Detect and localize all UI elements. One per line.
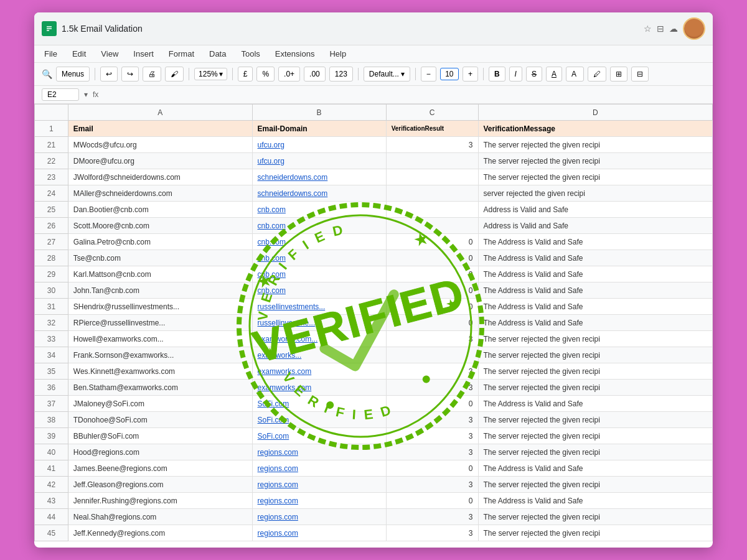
email-cell[interactable]: Scott.Moore@cnb.com xyxy=(68,218,252,234)
email-cell[interactable]: SHendrix@russellinvestments... xyxy=(68,299,252,315)
col-header-b[interactable]: B xyxy=(252,105,386,121)
redo-button[interactable]: ↪ xyxy=(121,67,139,82)
paint-format-button[interactable]: 🖌 xyxy=(165,67,184,82)
domain-cell[interactable]: ufcu.org xyxy=(252,153,386,169)
print-button[interactable]: 🖨 xyxy=(143,67,161,82)
domain-cell[interactable]: regions.com xyxy=(252,525,386,541)
folder-icon[interactable]: ⊟ xyxy=(657,24,664,34)
email-cell[interactable]: Hood@regions.com xyxy=(68,444,252,460)
col-header-a[interactable]: A xyxy=(68,105,252,121)
font-size-box[interactable]: 10 xyxy=(440,68,459,80)
menu-tools[interactable]: Tools xyxy=(238,48,262,60)
domain-cell[interactable]: examworks.com... xyxy=(252,331,386,347)
email-cell[interactable]: John.Tan@cnb.com xyxy=(68,282,252,299)
star-icon[interactable]: ☆ xyxy=(644,24,652,34)
menu-edit[interactable]: Edit xyxy=(70,48,88,60)
cell-reference[interactable]: E2 xyxy=(42,88,79,101)
format123-button[interactable]: 123 xyxy=(329,67,353,82)
underline-button[interactable]: A xyxy=(546,67,562,82)
domain-cell[interactable]: schneiderdowns.com xyxy=(252,185,386,202)
menu-extensions[interactable]: Extensions xyxy=(273,48,317,60)
domain-cell[interactable]: regions.com xyxy=(252,509,386,525)
domain-cell[interactable]: cnb.com xyxy=(252,218,386,234)
email-cell[interactable]: RPierce@russellinvestme... xyxy=(68,315,252,331)
text-color-button[interactable]: A xyxy=(566,67,584,82)
message-cell: server rejected the given recipi xyxy=(478,185,712,202)
email-cell[interactable]: Galina.Petro@cnb.com xyxy=(68,234,252,250)
menu-view[interactable]: View xyxy=(98,48,121,60)
domain-cell[interactable]: examworks.com xyxy=(252,363,386,380)
menu-file[interactable]: File xyxy=(42,48,60,60)
menus-button[interactable]: Menus xyxy=(56,67,90,82)
email-cell[interactable]: JMaloney@SoFi.com xyxy=(68,396,252,412)
result-cell xyxy=(386,169,478,185)
email-cell[interactable]: Jeff.Gleason@regions.com xyxy=(68,477,252,493)
col-header-c[interactable]: C xyxy=(386,105,478,121)
domain-cell[interactable]: schneiderdowns.com xyxy=(252,169,386,185)
domain-cell[interactable]: cnb.com xyxy=(252,266,386,282)
email-cell[interactable]: Dan.Bootier@cnb.com xyxy=(68,202,252,218)
email-cell[interactable]: Frank.Sornson@examworks... xyxy=(68,347,252,363)
dec-decrease-button[interactable]: .00 xyxy=(304,67,326,82)
menu-help[interactable]: Help xyxy=(327,48,349,60)
email-cell[interactable]: TDonohoe@SoFi.com xyxy=(68,412,252,428)
domain-cell[interactable]: russellinvestments... xyxy=(252,299,386,315)
row-num: 27 xyxy=(35,234,68,250)
font-family-select[interactable]: Default... ▾ xyxy=(364,67,410,82)
domain-cell[interactable]: cnb.com xyxy=(252,202,386,218)
merge-button[interactable]: ⊟ xyxy=(631,67,649,82)
domain-cell[interactable]: russellinvestme... xyxy=(252,315,386,331)
undo-button[interactable]: ↩ xyxy=(100,67,118,82)
currency-button[interactable]: £ xyxy=(238,67,253,82)
email-cell[interactable]: MWocds@ufcu.org xyxy=(68,137,252,153)
avatar[interactable] xyxy=(683,17,705,40)
row-num: 22 xyxy=(35,153,68,169)
table-body: 21 MWocds@ufcu.org ufcu.org 3 The server… xyxy=(35,137,713,541)
domain-cell[interactable]: ufcu.org xyxy=(252,137,386,153)
domain-cell[interactable]: cnb.com xyxy=(252,250,386,266)
email-cell[interactable]: MAller@schneiderdowns.com xyxy=(68,185,252,202)
menu-format[interactable]: Format xyxy=(166,48,197,60)
email-cell[interactable]: Jeff.Kennedy@regions.com xyxy=(68,525,252,541)
domain-cell[interactable]: SoFi.com xyxy=(252,396,386,412)
message-cell: The Address is Valid and Safe xyxy=(478,315,712,331)
email-cell[interactable]: Karl.Mattson@cnb.com xyxy=(68,266,252,282)
domain-cell[interactable]: cnb.com xyxy=(252,282,386,299)
domain-cell[interactable]: SoFi.com xyxy=(252,428,386,444)
col-header-d[interactable]: D xyxy=(478,105,712,121)
email-cell[interactable]: Howell@examworks.com... xyxy=(68,331,252,347)
percent-button[interactable]: % xyxy=(256,67,275,82)
email-cell[interactable]: JWolford@schneiderdowns.com xyxy=(68,169,252,185)
domain-cell[interactable]: regions.com xyxy=(252,460,386,477)
row-num: 33 xyxy=(35,331,68,347)
domain-cell[interactable]: examworks.com xyxy=(252,380,386,396)
zoom-control[interactable]: 125% ▾ xyxy=(194,68,227,80)
highlight-button[interactable]: 🖊 xyxy=(588,67,606,82)
dec-increase-button[interactable]: .0+ xyxy=(278,67,300,82)
domain-cell[interactable]: cnb.com xyxy=(252,234,386,250)
menu-data[interactable]: Data xyxy=(207,48,228,60)
email-cell[interactable]: Ben.Statham@examworks.com xyxy=(68,380,252,396)
font-size-plus[interactable]: + xyxy=(463,67,478,82)
italic-button[interactable]: I xyxy=(509,67,522,82)
cloud-icon[interactable]: ☁ xyxy=(669,24,678,34)
email-cell[interactable]: BBuhler@SoFi.com xyxy=(68,428,252,444)
domain-cell[interactable]: SoFi.com xyxy=(252,412,386,428)
font-size-minus[interactable]: − xyxy=(421,67,436,82)
bold-button[interactable]: B xyxy=(489,67,505,82)
email-cell[interactable]: James.Beene@regions.com xyxy=(68,460,252,477)
header-result: VerificationResult xyxy=(386,121,478,137)
menu-insert[interactable]: Insert xyxy=(131,48,156,60)
domain-cell[interactable]: examworks... xyxy=(252,347,386,363)
borders-button[interactable]: ⊞ xyxy=(610,67,627,82)
strikethrough-button[interactable]: S xyxy=(526,67,542,82)
email-cell[interactable]: Tse@cnb.com xyxy=(68,250,252,266)
email-cell[interactable]: DMoore@ufcu.org xyxy=(68,153,252,169)
domain-cell[interactable]: regions.com xyxy=(252,444,386,460)
email-cell[interactable]: Jennifer.Rushing@regions.com xyxy=(68,493,252,509)
message-cell: The server rejected the given recipi xyxy=(478,509,712,525)
domain-cell[interactable]: regions.com xyxy=(252,477,386,493)
email-cell[interactable]: Wes.Kinnett@examworks.com xyxy=(68,363,252,380)
domain-cell[interactable]: regions.com xyxy=(252,493,386,509)
email-cell[interactable]: Neal.Shah@regions.com xyxy=(68,509,252,525)
